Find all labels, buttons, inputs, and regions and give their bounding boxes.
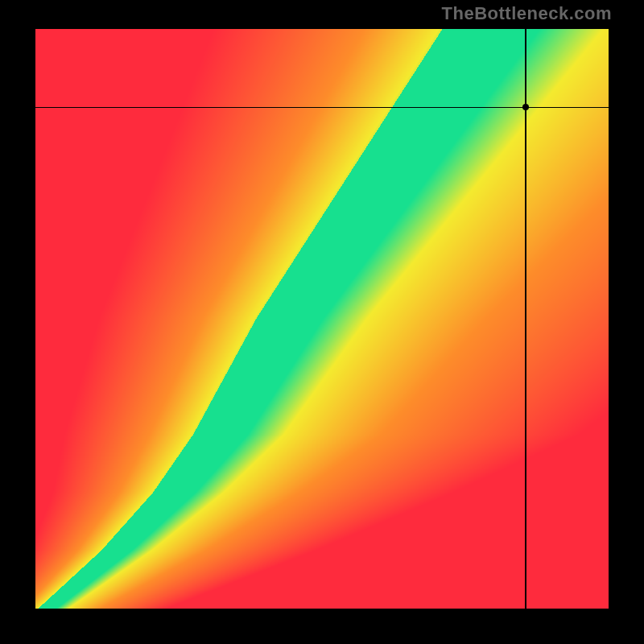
heatmap-canvas — [35, 29, 609, 609]
heatmap-plot — [35, 29, 609, 609]
watermark-text: TheBottleneck.com — [442, 3, 612, 24]
chart-container: TheBottleneck.com — [0, 0, 644, 644]
crosshair-vertical — [525, 29, 526, 609]
data-point-marker — [522, 104, 529, 110]
